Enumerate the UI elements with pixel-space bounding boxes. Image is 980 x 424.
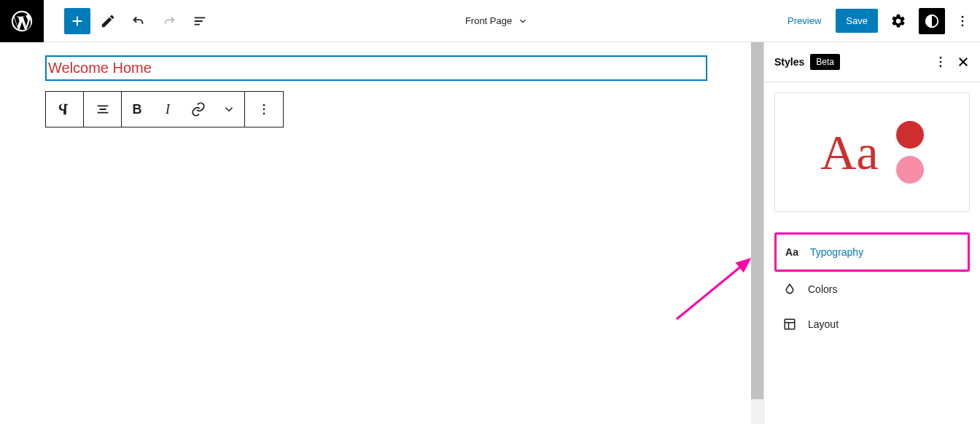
undo-icon (131, 13, 147, 29)
edit-mode-button[interactable] (95, 8, 121, 34)
bold-icon: B (133, 102, 142, 117)
paragraph-icon (57, 101, 73, 117)
settings-button[interactable] (885, 8, 911, 34)
sidebar-item-layout[interactable]: Layout (774, 307, 970, 342)
typography-preview-text: Aa (820, 124, 878, 181)
close-icon (957, 55, 970, 68)
sidebar-body: Aa Aa Typography Colors (764, 82, 980, 352)
main-area: Welcome Home B I (0, 42, 980, 424)
svg-point-4 (263, 109, 265, 111)
save-button[interactable]: Save (836, 9, 878, 33)
redo-button[interactable] (156, 8, 182, 34)
redo-icon (161, 13, 177, 29)
sidebar-item-label: Colors (808, 283, 837, 295)
block-more-options-button[interactable] (245, 92, 283, 127)
gear-icon (890, 13, 906, 29)
sidebar-title-text: Styles (774, 56, 804, 68)
editor-canvas[interactable]: Welcome Home B I (0, 42, 751, 424)
italic-button[interactable]: I (152, 92, 183, 127)
chevron-down-icon (222, 103, 236, 116)
kebab-icon (955, 14, 970, 28)
sidebar-item-colors[interactable]: Colors (774, 272, 970, 307)
contrast-icon (924, 13, 940, 29)
sidebar-item-typography[interactable]: Aa Typography (774, 232, 970, 272)
add-block-button[interactable] (64, 8, 90, 34)
svg-point-7 (940, 57, 942, 59)
plus-icon (69, 13, 85, 29)
style-preview-card[interactable]: Aa (774, 93, 970, 212)
italic-icon: I (166, 102, 170, 117)
align-button[interactable] (84, 92, 122, 127)
block-toolbar: B I (45, 91, 284, 127)
list-view-button[interactable] (187, 8, 213, 34)
bold-button[interactable]: B (122, 92, 152, 127)
pencil-icon (100, 13, 116, 29)
svg-point-2 (962, 24, 964, 26)
svg-point-1 (962, 20, 964, 22)
close-sidebar-button[interactable] (957, 55, 970, 68)
link-icon (190, 101, 206, 117)
style-sections-list: Aa Typography Colors Layout (774, 232, 970, 342)
layout-icon (782, 318, 798, 331)
svg-point-9 (940, 66, 942, 68)
sidebar-item-label: Typography (810, 246, 863, 258)
kebab-icon (933, 55, 948, 69)
undo-button[interactable] (125, 8, 152, 34)
block-type-button[interactable] (46, 92, 84, 127)
typography-icon: Aa (784, 246, 800, 258)
list-view-icon (192, 13, 208, 29)
beta-badge: Beta (810, 54, 840, 70)
preview-button[interactable]: Preview (780, 11, 828, 31)
scrollbar-thumb[interactable] (751, 42, 763, 399)
page-title-text: Front Page (465, 15, 512, 26)
svg-point-5 (263, 113, 265, 115)
droplet-icon (782, 283, 798, 296)
toolbar-right: Preview Save (780, 8, 980, 34)
styles-sidebar: Styles Beta Aa (763, 42, 980, 424)
svg-point-8 (940, 61, 942, 63)
sidebar-header-actions (933, 55, 970, 69)
link-button[interactable] (183, 92, 214, 127)
more-options-button[interactable] (952, 8, 973, 34)
align-icon (95, 101, 111, 117)
wp-logo[interactable] (0, 0, 44, 42)
chevron-down-icon (518, 16, 528, 26)
svg-point-0 (962, 15, 964, 17)
document-title-dropdown[interactable]: Front Page (213, 15, 780, 26)
color-swatch-secondary (896, 156, 924, 184)
editor-scrollbar[interactable] (751, 42, 763, 424)
kebab-icon (257, 102, 271, 117)
more-formatting-button[interactable] (214, 92, 244, 127)
svg-rect-10 (785, 319, 795, 329)
svg-point-3 (263, 104, 265, 106)
color-swatches (896, 121, 924, 184)
svg-line-6 (677, 259, 750, 319)
styles-toggle-button[interactable] (919, 8, 945, 34)
sidebar-more-button[interactable] (933, 55, 948, 69)
annotation-arrow (669, 254, 757, 326)
top-toolbar: Front Page Preview Save (0, 0, 980, 42)
heading-block[interactable]: Welcome Home (45, 55, 707, 81)
color-swatch-primary (896, 121, 924, 149)
wordpress-icon (9, 9, 34, 34)
sidebar-item-label: Layout (808, 318, 839, 330)
sidebar-title: Styles Beta (774, 54, 840, 70)
sidebar-header: Styles Beta (764, 42, 980, 82)
toolbar-left (44, 8, 213, 34)
